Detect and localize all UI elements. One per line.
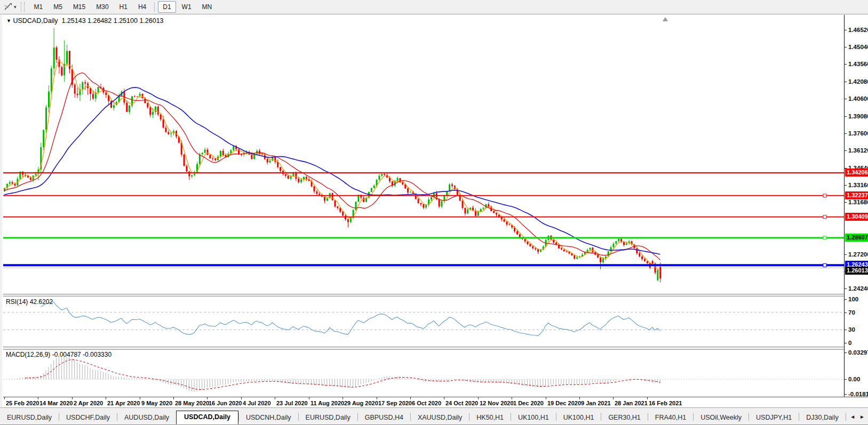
price-tick: [844, 47, 847, 47]
crosshair-draw-tool-icon[interactable]: [2, 2, 14, 12]
timeframe-button-w1[interactable]: W1: [177, 1, 196, 13]
timeframe-button-h4[interactable]: H4: [133, 1, 151, 13]
date-label[interactable]: 4 Jul 2020: [243, 400, 271, 406]
chart-tab-ger30-h1[interactable]: GER30,H1: [601, 411, 647, 424]
date-label[interactable]: 14 Mar 2020: [39, 400, 73, 406]
hline-handle-1.26243[interactable]: [823, 263, 826, 267]
candle-series: [4, 28, 661, 282]
hline-handle-1.28607[interactable]: [823, 236, 826, 239]
tool-dropdown-arrow-icon[interactable]: ▾: [14, 4, 17, 10]
chart-tab-xauusd-daily[interactable]: XAUUSD,Daily: [411, 411, 469, 424]
hline-handle-1.32237[interactable]: [823, 194, 826, 197]
date-tick-mark: [309, 397, 309, 399]
chart-tabs: EURUSD,DailyUSDCHF,DailyAUDUSD,DailyUSDC…: [0, 409, 847, 425]
date-tick-mark: [546, 397, 546, 399]
chart-tab-usoil-weekly[interactable]: USOil,Weekly: [694, 411, 748, 424]
price-tick: [844, 82, 847, 82]
date-tick-mark: [106, 397, 106, 399]
date-label[interactable]: 21 Apr 2020: [107, 400, 140, 406]
date-label[interactable]: 28 May 2020: [175, 400, 209, 406]
chart-tab-dj30-daily[interactable]: DJ30,Daily: [799, 411, 845, 424]
date-label[interactable]: 9 Jan 2021: [581, 400, 611, 406]
rsi-tick: [844, 343, 847, 343]
timeframe-button-d1[interactable]: D1: [158, 1, 176, 13]
tab-scroll-buttons: ◄ ►: [847, 409, 868, 425]
date-label[interactable]: 19 Dec 2020: [547, 400, 581, 406]
macd-tick: [844, 352, 847, 353]
price-badge-1.32237[interactable]: 1.32237: [845, 191, 868, 199]
tab-scroll-left-icon[interactable]: ◄: [850, 414, 855, 420]
date-label[interactable]: 16 Feb 2021: [649, 400, 682, 406]
rsi-axis-label: 100: [848, 296, 858, 302]
date-axis[interactable]: 25 Feb 202014 Mar 20202 Apr 202021 Apr 2…: [3, 397, 868, 407]
date-label[interactable]: 23 Jul 2020: [276, 400, 308, 406]
chart-title-arrow-icon[interactable]: ▼: [6, 18, 11, 23]
timeframe-button-m5[interactable]: M5: [49, 1, 67, 13]
chart-tab-fra40-h1[interactable]: FRA40,H1: [648, 411, 693, 424]
price-axis-label: 1.24240: [848, 285, 868, 292]
date-label[interactable]: 1 Dec 2020: [513, 400, 544, 406]
macd-histogram: [12, 356, 660, 391]
date-label[interactable]: 6 Oct 2020: [412, 400, 441, 406]
rsi-indicator-pane[interactable]: [3, 296, 844, 347]
price-axis-label: 1.27200: [848, 251, 868, 258]
date-label[interactable]: 28 Jan 2021: [615, 400, 648, 406]
date-label[interactable]: 12 Nov 2020: [480, 400, 514, 406]
chart-title-symbol: USDCAD,Daily: [13, 17, 58, 25]
chart-tab-eurusd-daily[interactable]: EURUSD,Daily: [0, 411, 59, 424]
price-tick: [844, 254, 847, 255]
ma-slow-line: [4, 87, 660, 254]
price-badge-1.30409[interactable]: 1.30409: [845, 213, 868, 221]
rsi-tick: [844, 299, 847, 300]
date-label[interactable]: 24 Oct 2020: [445, 400, 478, 406]
mt4-window: ▾ M1M5M15M30H1H4D1W1MN ▼ USDCAD,Daily 1.…: [0, 0, 868, 425]
price-tick: [844, 116, 847, 117]
price-axis-label: 1.43560: [848, 61, 868, 67]
chart-tab-audusd-daily[interactable]: AUDUSD,Daily: [117, 411, 176, 424]
date-tick-mark: [343, 397, 343, 399]
price-badge-1.34206[interactable]: 1.34206: [845, 169, 868, 177]
price-axis-label: 1.31680: [848, 199, 868, 205]
timeframe-button-h1[interactable]: H1: [115, 1, 132, 13]
timeframe-button-m30[interactable]: M30: [91, 1, 113, 13]
chart-tab-uk100-h1[interactable]: UK100,H1: [511, 411, 556, 424]
date-label[interactable]: 29 Aug 2020: [344, 400, 378, 406]
date-label[interactable]: 16 Jun 2020: [209, 400, 242, 406]
timeframe-button-m1[interactable]: M1: [29, 1, 48, 13]
chart-tab-eurusd-daily[interactable]: EURUSD,Daily: [299, 411, 357, 424]
price-axis-label: 1.45040: [848, 44, 868, 50]
chart-tab-usdchf-daily[interactable]: USDCHF,Daily: [59, 411, 117, 424]
macd-indicator-pane[interactable]: [3, 350, 844, 397]
chart-tab-hk50-h1[interactable]: HK50,H1: [469, 411, 511, 424]
date-tick-mark: [207, 397, 208, 399]
date-label[interactable]: 25 Feb 2020: [6, 400, 39, 406]
price-axis-label: 1.42080: [848, 78, 868, 85]
chart-tab-uk100-h1[interactable]: UK100,H1: [556, 411, 601, 424]
timeframe-buttons: M1M5M15M30H1H4D1W1MN: [29, 1, 218, 13]
price-axis-label: 1.33160: [848, 182, 868, 188]
date-tick-mark: [377, 397, 377, 399]
chart-tab-gbpusd-h4[interactable]: GBPUSD,H4: [358, 411, 410, 424]
timeframe-button-m15[interactable]: M15: [68, 1, 90, 13]
date-label[interactable]: 2 Apr 2020: [74, 400, 103, 406]
macd-axis-label: 0.00: [848, 376, 860, 382]
date-label[interactable]: 11 Aug 2020: [310, 400, 344, 406]
chart-shift-marker-icon[interactable]: [663, 17, 668, 21]
date-tick-mark: [647, 397, 648, 399]
chart-tab-usdcad-daily[interactable]: USDCAD,Daily: [176, 411, 238, 424]
chart-tab-usdcnh-daily[interactable]: USDCNH,Daily: [239, 411, 298, 424]
hline-handle-1.30409[interactable]: [823, 215, 826, 219]
toolbar-separator: [154, 2, 155, 12]
date-label[interactable]: 9 May 2020: [141, 400, 172, 406]
rsi-axis-label: 0: [848, 340, 851, 346]
timeframe-toolbar: ▾ M1M5M15M30H1H4D1W1MN: [0, 0, 868, 14]
tab-scroll-right-icon[interactable]: ►: [859, 414, 865, 420]
toolbar-gripper[interactable]: [21, 2, 25, 12]
price-axis-label: 1.37600: [848, 130, 868, 137]
price-tick: [844, 30, 847, 30]
price-badge-1.28607[interactable]: 1.28607: [845, 234, 868, 242]
chart-tab-usdjpy-h1[interactable]: USDJPY,H1: [749, 411, 799, 424]
date-label[interactable]: 17 Sep 2020: [378, 400, 412, 406]
timeframe-button-mn[interactable]: MN: [197, 1, 217, 13]
main-chart-pane[interactable]: [3, 15, 844, 294]
